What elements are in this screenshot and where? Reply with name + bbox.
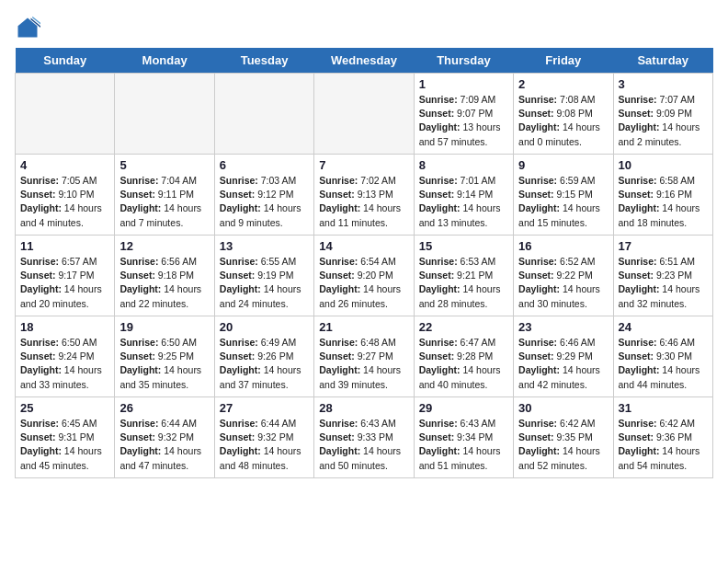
calendar-cell: 16Sunrise: 6:52 AMSunset: 9:22 PMDayligh… — [514, 236, 613, 316]
day-number: 29 — [419, 401, 508, 415]
day-header-wednesday: Wednesday — [314, 48, 414, 74]
day-number: 8 — [419, 158, 508, 172]
calendar-cell — [314, 74, 414, 155]
week-row-5: 25Sunrise: 6:45 AMSunset: 9:31 PMDayligh… — [16, 397, 713, 478]
day-number: 25 — [20, 401, 109, 415]
cell-info: Sunrise: 6:43 AMSunset: 9:33 PMDaylight:… — [319, 417, 408, 473]
day-header-thursday: Thursday — [414, 48, 513, 74]
calendar-cell: 10Sunrise: 6:58 AMSunset: 9:16 PMDayligh… — [613, 155, 712, 236]
day-number: 11 — [20, 239, 109, 253]
cell-info: Sunrise: 6:56 AMSunset: 9:18 PMDaylight:… — [119, 255, 209, 311]
cell-info: Sunrise: 6:43 AMSunset: 9:34 PMDaylight:… — [419, 417, 508, 473]
day-header-saturday: Saturday — [613, 48, 712, 74]
cell-info: Sunrise: 6:51 AMSunset: 9:23 PMDaylight:… — [619, 255, 708, 311]
calendar-table: SundayMondayTuesdayWednesdayThursdayFrid… — [15, 48, 713, 478]
calendar-cell: 22Sunrise: 6:47 AMSunset: 9:28 PMDayligh… — [414, 316, 513, 397]
cell-info: Sunrise: 6:42 AMSunset: 9:36 PMDaylight:… — [619, 417, 708, 473]
header — [15, 15, 713, 40]
calendar-cell: 1Sunrise: 7:09 AMSunset: 9:07 PMDaylight… — [414, 74, 513, 155]
cell-info: Sunrise: 6:50 AMSunset: 9:24 PMDaylight:… — [20, 336, 109, 392]
cell-info: Sunrise: 6:42 AMSunset: 9:35 PMDaylight:… — [518, 417, 608, 473]
calendar-cell: 2Sunrise: 7:08 AMSunset: 9:08 PMDaylight… — [514, 74, 613, 155]
cell-info: Sunrise: 7:09 AMSunset: 9:07 PMDaylight:… — [419, 93, 508, 149]
cell-info: Sunrise: 7:03 AMSunset: 9:12 PMDaylight:… — [220, 174, 309, 230]
week-row-2: 4Sunrise: 7:05 AMSunset: 9:10 PMDaylight… — [16, 155, 713, 236]
calendar-cell: 7Sunrise: 7:02 AMSunset: 9:13 PMDaylight… — [314, 155, 414, 236]
calendar-cell: 3Sunrise: 7:07 AMSunset: 9:09 PMDaylight… — [613, 74, 712, 155]
cell-info: Sunrise: 6:46 AMSunset: 9:29 PMDaylight:… — [518, 336, 608, 392]
day-number: 5 — [119, 158, 209, 172]
calendar-cell: 25Sunrise: 6:45 AMSunset: 9:31 PMDayligh… — [16, 397, 115, 478]
cell-info: Sunrise: 6:49 AMSunset: 9:26 PMDaylight:… — [220, 336, 309, 392]
calendar-cell: 8Sunrise: 7:01 AMSunset: 9:14 PMDaylight… — [414, 155, 513, 236]
calendar-cell: 28Sunrise: 6:43 AMSunset: 9:33 PMDayligh… — [314, 397, 414, 478]
day-number: 23 — [518, 320, 608, 334]
day-number: 13 — [220, 239, 309, 253]
day-header-tuesday: Tuesday — [214, 48, 313, 74]
svg-marker-0 — [18, 18, 38, 38]
calendar-cell: 27Sunrise: 6:44 AMSunset: 9:32 PMDayligh… — [214, 397, 313, 478]
day-number: 28 — [319, 401, 408, 415]
calendar-header-row: SundayMondayTuesdayWednesdayThursdayFrid… — [16, 48, 713, 74]
day-number: 3 — [619, 77, 708, 91]
cell-info: Sunrise: 6:47 AMSunset: 9:28 PMDaylight:… — [419, 336, 508, 392]
day-number: 7 — [319, 158, 408, 172]
calendar-cell: 21Sunrise: 6:48 AMSunset: 9:27 PMDayligh… — [314, 316, 414, 397]
day-number: 12 — [119, 239, 209, 253]
calendar-cell: 11Sunrise: 6:57 AMSunset: 9:17 PMDayligh… — [16, 236, 115, 316]
cell-info: Sunrise: 6:48 AMSunset: 9:27 PMDaylight:… — [319, 336, 408, 392]
day-number: 26 — [119, 401, 209, 415]
calendar-cell: 5Sunrise: 7:04 AMSunset: 9:11 PMDaylight… — [115, 155, 214, 236]
cell-info: Sunrise: 6:44 AMSunset: 9:32 PMDaylight:… — [119, 417, 209, 473]
week-row-3: 11Sunrise: 6:57 AMSunset: 9:17 PMDayligh… — [16, 236, 713, 316]
cell-info: Sunrise: 6:59 AMSunset: 9:15 PMDaylight:… — [518, 174, 608, 230]
logo — [15, 15, 44, 40]
calendar-cell: 17Sunrise: 6:51 AMSunset: 9:23 PMDayligh… — [613, 236, 712, 316]
day-number: 31 — [619, 401, 708, 415]
calendar-cell: 29Sunrise: 6:43 AMSunset: 9:34 PMDayligh… — [414, 397, 513, 478]
cell-info: Sunrise: 7:04 AMSunset: 9:11 PMDaylight:… — [119, 174, 209, 230]
day-number: 18 — [20, 320, 109, 334]
day-number: 15 — [419, 239, 508, 253]
cell-info: Sunrise: 6:52 AMSunset: 9:22 PMDaylight:… — [518, 255, 608, 311]
day-number: 16 — [518, 239, 608, 253]
cell-info: Sunrise: 6:55 AMSunset: 9:19 PMDaylight:… — [220, 255, 309, 311]
calendar-cell: 30Sunrise: 6:42 AMSunset: 9:35 PMDayligh… — [514, 397, 613, 478]
day-number: 27 — [220, 401, 309, 415]
day-number: 20 — [220, 320, 309, 334]
cell-info: Sunrise: 7:05 AMSunset: 9:10 PMDaylight:… — [20, 174, 109, 230]
day-number: 2 — [518, 77, 608, 91]
day-header-sunday: Sunday — [16, 48, 115, 74]
day-number: 4 — [20, 158, 109, 172]
day-number: 21 — [319, 320, 408, 334]
cell-info: Sunrise: 6:58 AMSunset: 9:16 PMDaylight:… — [619, 174, 708, 230]
calendar-cell: 12Sunrise: 6:56 AMSunset: 9:18 PMDayligh… — [115, 236, 214, 316]
cell-info: Sunrise: 7:07 AMSunset: 9:09 PMDaylight:… — [619, 93, 708, 149]
cell-info: Sunrise: 6:57 AMSunset: 9:17 PMDaylight:… — [20, 255, 109, 311]
calendar-cell — [214, 74, 313, 155]
week-row-4: 18Sunrise: 6:50 AMSunset: 9:24 PMDayligh… — [16, 316, 713, 397]
logo-icon — [15, 15, 40, 40]
calendar-body: 1Sunrise: 7:09 AMSunset: 9:07 PMDaylight… — [16, 74, 713, 478]
day-number: 19 — [119, 320, 209, 334]
cell-info: Sunrise: 6:53 AMSunset: 9:21 PMDaylight:… — [419, 255, 508, 311]
day-number: 14 — [319, 239, 408, 253]
calendar-cell: 15Sunrise: 6:53 AMSunset: 9:21 PMDayligh… — [414, 236, 513, 316]
calendar-cell: 19Sunrise: 6:50 AMSunset: 9:25 PMDayligh… — [115, 316, 214, 397]
cell-info: Sunrise: 7:08 AMSunset: 9:08 PMDaylight:… — [518, 93, 608, 149]
week-row-1: 1Sunrise: 7:09 AMSunset: 9:07 PMDaylight… — [16, 74, 713, 155]
day-number: 24 — [619, 320, 708, 334]
day-number: 6 — [220, 158, 309, 172]
cell-info: Sunrise: 7:02 AMSunset: 9:13 PMDaylight:… — [319, 174, 408, 230]
calendar-cell: 31Sunrise: 6:42 AMSunset: 9:36 PMDayligh… — [613, 397, 712, 478]
calendar-cell: 14Sunrise: 6:54 AMSunset: 9:20 PMDayligh… — [314, 236, 414, 316]
day-number: 9 — [518, 158, 608, 172]
day-number: 10 — [619, 158, 708, 172]
calendar-cell: 24Sunrise: 6:46 AMSunset: 9:30 PMDayligh… — [613, 316, 712, 397]
calendar-cell: 4Sunrise: 7:05 AMSunset: 9:10 PMDaylight… — [16, 155, 115, 236]
calendar-cell: 26Sunrise: 6:44 AMSunset: 9:32 PMDayligh… — [115, 397, 214, 478]
calendar-cell: 18Sunrise: 6:50 AMSunset: 9:24 PMDayligh… — [16, 316, 115, 397]
day-number: 22 — [419, 320, 508, 334]
cell-info: Sunrise: 6:50 AMSunset: 9:25 PMDaylight:… — [119, 336, 209, 392]
calendar-cell: 23Sunrise: 6:46 AMSunset: 9:29 PMDayligh… — [514, 316, 613, 397]
